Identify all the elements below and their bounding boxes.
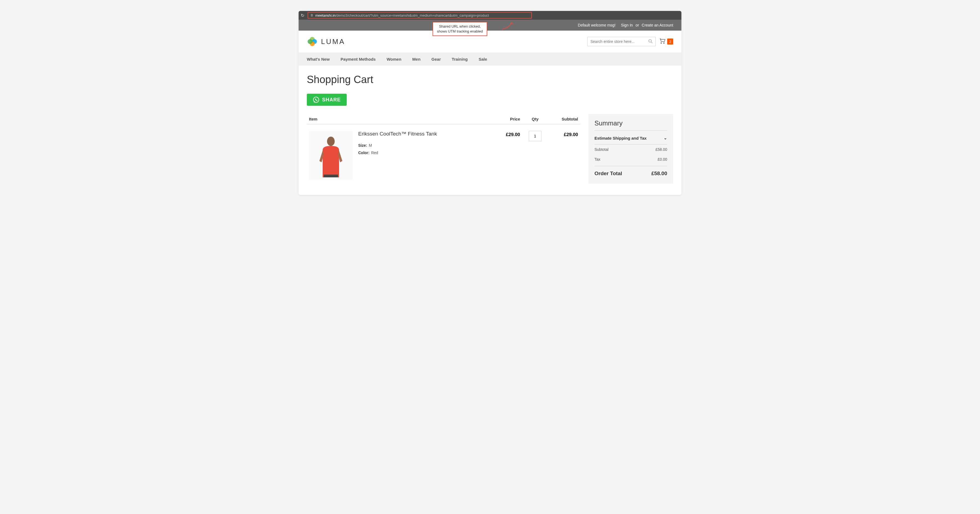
nav-sale[interactable]: Sale [479, 57, 487, 62]
share-label: SHARE [322, 97, 341, 103]
svg-point-7 [327, 136, 335, 146]
nav-men[interactable]: Men [412, 57, 420, 62]
summary-tax-label: Tax [595, 157, 600, 162]
page-header: LUMA 2 [299, 31, 681, 52]
product-image[interactable] [309, 131, 353, 180]
search-box[interactable] [587, 37, 656, 46]
item-price: £29.00 [490, 131, 520, 180]
cart-summary: Summary Estimate Shipping and Tax ⌄ Subt… [589, 114, 673, 184]
nav-women[interactable]: Women [387, 57, 401, 62]
chevron-down-icon: ⌄ [663, 136, 667, 140]
nav-payment-methods[interactable]: Payment Methods [341, 57, 376, 62]
cart-item-row: Erikssen CoolTech™ Fitness Tank Size:M C… [307, 124, 580, 187]
cart-items-table: Item Price Qty Subtotal [307, 114, 580, 187]
header-subtotal: Subtotal [550, 117, 580, 121]
order-total-value: £58.00 [651, 171, 667, 176]
summary-tax-value: £0.00 [658, 157, 667, 162]
url-path: /demo3/checkout/cart/?utm_source=meetans… [336, 13, 489, 17]
search-icon[interactable] [648, 39, 653, 44]
main-content: Shopping Cart SHARE Item Price Qty Subto… [299, 66, 681, 195]
svg-line-5 [651, 42, 653, 43]
order-total-label: Order Total [595, 171, 622, 176]
annotation-arrow-icon [501, 20, 517, 31]
color-value: Red [371, 151, 378, 155]
size-label: Size: [358, 143, 367, 148]
svg-point-3 [308, 39, 313, 44]
summary-subtotal-label: Subtotal [595, 147, 608, 152]
brand-name: LUMA [321, 37, 345, 46]
cart-table-header: Item Price Qty Subtotal [307, 114, 580, 124]
welcome-message: Default welcome msg! [578, 23, 616, 27]
annotation-callout: Shared URL when clicked, shows UTM track… [433, 22, 487, 36]
whatsapp-share-button[interactable]: SHARE [307, 94, 347, 106]
qty-input[interactable] [529, 131, 541, 141]
page-title: Shopping Cart [307, 74, 673, 86]
reload-icon[interactable]: ↻ [301, 13, 304, 18]
whatsapp-icon [313, 97, 320, 103]
minicart[interactable]: 2 [660, 38, 673, 45]
address-bar[interactable]: 🗎 meetanshi.in/demo3/checkout/cart/?utm_… [308, 12, 532, 19]
color-label: Color: [358, 151, 369, 155]
item-subtotal: £29.00 [550, 131, 580, 180]
header-price: Price [490, 117, 520, 121]
size-value: M [369, 143, 372, 148]
browser-window: ↻ 🗎 meetanshi.in/demo3/checkout/cart/?ut… [299, 11, 681, 195]
svg-rect-8 [324, 175, 338, 177]
page-icon: 🗎 [310, 13, 313, 17]
create-account-link[interactable]: Create an Account [642, 23, 673, 27]
logo[interactable]: LUMA [307, 36, 345, 47]
sign-in-link[interactable]: Sign In [621, 23, 633, 27]
separator: or [635, 23, 639, 27]
summary-subtotal-value: £58.00 [655, 147, 667, 152]
cart-count-badge: 2 [667, 38, 673, 44]
header-qty: Qty [520, 117, 550, 121]
header-item: Item [307, 117, 490, 121]
nav-gear[interactable]: Gear [431, 57, 441, 62]
panel-header: Default welcome msg! Sign In or Create a… [299, 20, 681, 31]
estimate-shipping-toggle[interactable]: Estimate Shipping and Tax ⌄ [595, 132, 667, 144]
url-domain: meetanshi.in [315, 13, 336, 17]
main-nav: What's New Payment Methods Women Men Gea… [299, 52, 681, 66]
summary-title: Summary [595, 119, 667, 131]
nav-whats-new[interactable]: What's New [307, 57, 330, 62]
cart-icon [660, 38, 665, 45]
logo-icon [307, 36, 318, 47]
svg-point-4 [649, 40, 652, 42]
nav-training[interactable]: Training [452, 57, 468, 62]
browser-toolbar: ↻ 🗎 meetanshi.in/demo3/checkout/cart/?ut… [299, 11, 681, 20]
search-input[interactable] [590, 40, 648, 44]
product-name[interactable]: Erikssen CoolTech™ Fitness Tank [358, 131, 490, 137]
